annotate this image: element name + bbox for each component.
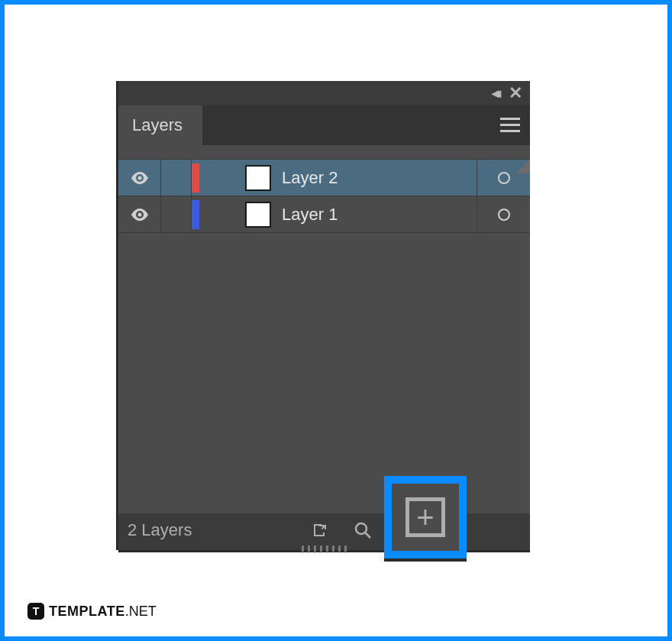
new-layer-highlight: + bbox=[384, 476, 467, 558]
layer-list: Layer 2 Layer 1 bbox=[118, 145, 530, 513]
layer-count-label: 2 Layers bbox=[128, 520, 192, 540]
panel-menu-button[interactable] bbox=[490, 105, 530, 145]
export-button[interactable] bbox=[309, 520, 331, 541]
hamburger-icon bbox=[500, 118, 520, 133]
circle-icon bbox=[498, 209, 510, 221]
layer-name[interactable]: Layer 2 bbox=[282, 168, 477, 188]
plus-icon: + bbox=[416, 502, 434, 533]
layers-panel: ◂◂ ✕ Layers bbox=[118, 81, 530, 550]
layer-name[interactable]: Layer 1 bbox=[282, 205, 477, 225]
eye-icon bbox=[131, 172, 149, 184]
layer-list-empty-area bbox=[118, 232, 530, 513]
layer-color-strip bbox=[192, 200, 199, 229]
tab-layers[interactable]: Layers bbox=[118, 105, 202, 145]
watermark: T TEMPLATE.NET bbox=[27, 603, 157, 620]
watermark-domain: .NET bbox=[125, 604, 157, 619]
new-layer-button[interactable]: + bbox=[405, 497, 445, 537]
svg-rect-0 bbox=[500, 118, 520, 120]
target-indicator[interactable] bbox=[477, 196, 530, 232]
svg-rect-2 bbox=[500, 130, 520, 132]
panel-resize-grip[interactable] bbox=[302, 545, 347, 552]
watermark-brand: TEMPLATE bbox=[49, 604, 125, 619]
close-panel-icon[interactable]: ✕ bbox=[509, 85, 522, 102]
layer-row[interactable]: Layer 1 bbox=[118, 196, 530, 232]
export-icon bbox=[311, 521, 329, 539]
svg-line-6 bbox=[365, 533, 370, 538]
visibility-toggle[interactable] bbox=[118, 196, 161, 232]
layer-thumbnail[interactable] bbox=[245, 202, 271, 228]
search-icon bbox=[354, 521, 372, 539]
lock-cell[interactable] bbox=[161, 196, 192, 232]
selection-corner-icon bbox=[516, 160, 530, 173]
panel-top-strip: ◂◂ ✕ bbox=[118, 81, 530, 105]
panel-footer: 2 Layers L bbox=[118, 513, 530, 547]
layer-color-strip bbox=[192, 163, 199, 193]
lock-cell[interactable] bbox=[161, 160, 192, 196]
svg-rect-1 bbox=[500, 124, 520, 126]
svg-point-5 bbox=[356, 523, 367, 534]
circle-icon bbox=[498, 172, 510, 184]
visibility-toggle[interactable] bbox=[118, 160, 161, 196]
collapse-panel-icon[interactable]: ◂◂ bbox=[492, 86, 496, 100]
svg-point-3 bbox=[137, 176, 141, 180]
search-button[interactable] bbox=[352, 520, 373, 541]
eye-icon bbox=[131, 209, 149, 221]
watermark-logo: T bbox=[27, 603, 44, 620]
layer-thumbnail[interactable] bbox=[245, 165, 271, 191]
tab-label: Layers bbox=[132, 115, 183, 135]
layer-row[interactable]: Layer 2 bbox=[118, 159, 530, 196]
panel-tab-bar: Layers bbox=[118, 105, 530, 145]
svg-point-4 bbox=[137, 212, 141, 216]
